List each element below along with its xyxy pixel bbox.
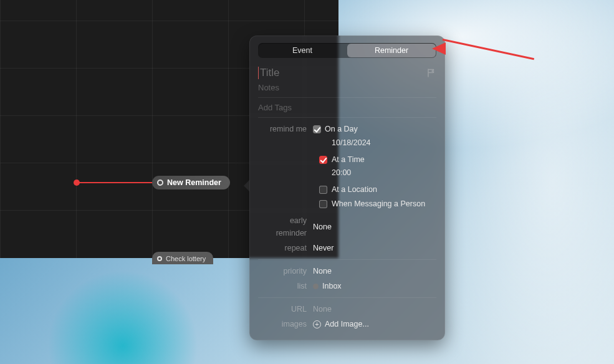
reminder-item-label: Check lottery — [166, 255, 206, 262]
flag-icon[interactable] — [426, 68, 436, 78]
at-a-time-checkbox[interactable] — [319, 156, 327, 164]
on-a-day-date[interactable]: 10/18/2024 — [332, 137, 371, 149]
remind-me-label: remind me — [258, 123, 313, 135]
divider — [258, 259, 436, 260]
title-input[interactable] — [258, 67, 421, 79]
early-reminder-label: early reminder — [258, 214, 313, 239]
divider — [258, 97, 436, 98]
list-label: list — [258, 280, 313, 292]
current-time-indicator-line — [76, 182, 153, 183]
reminder-complete-circle-icon[interactable] — [157, 256, 162, 261]
event-reminder-segmented-control[interactable]: Event Reminder — [258, 43, 436, 58]
repeat-label: repeat — [258, 242, 313, 254]
at-a-time-label: At a Time — [332, 154, 365, 166]
reminder-complete-circle-icon[interactable] — [157, 180, 163, 186]
early-reminder-value[interactable]: None — [313, 214, 436, 239]
tab-event[interactable]: Event — [258, 43, 347, 58]
when-messaging-label: When Messaging a Person — [332, 198, 425, 210]
at-a-location-checkbox[interactable] — [319, 186, 327, 194]
add-image-button[interactable]: + Add Image... — [313, 318, 436, 330]
divider — [258, 297, 436, 298]
url-value[interactable]: None — [313, 303, 436, 315]
priority-value[interactable]: None — [313, 265, 436, 277]
divider — [258, 117, 436, 118]
current-time-indicator-dot — [74, 180, 80, 186]
when-messaging-checkbox[interactable] — [319, 200, 327, 208]
repeat-value[interactable]: Never — [313, 242, 436, 254]
on-a-day-label: On a Day — [325, 123, 358, 135]
add-image-label: Add Image... — [325, 318, 369, 330]
notes-input[interactable] — [258, 82, 436, 93]
on-a-day-checkbox[interactable] — [313, 125, 321, 133]
new-reminder-label: New Reminder — [167, 178, 221, 187]
list-value[interactable]: Inbox — [313, 280, 436, 292]
priority-label: priority — [258, 265, 313, 277]
images-label: images — [258, 318, 313, 330]
plus-circle-icon: + — [313, 320, 321, 328]
tags-input[interactable] — [258, 102, 436, 113]
list-color-dot-icon — [313, 284, 319, 289]
new-reminder-pill[interactable]: New Reminder — [152, 176, 230, 189]
list-name: Inbox — [322, 280, 342, 292]
at-a-time-value[interactable]: 20:00 — [332, 167, 351, 179]
at-a-location-label: At a Location — [332, 184, 377, 196]
url-label: URL — [258, 303, 313, 315]
annotation-arrow-head — [432, 42, 446, 55]
reminder-inspector-popover: Event Reminder remind me On a Day 10/18/… — [249, 36, 445, 340]
tab-reminder[interactable]: Reminder — [347, 44, 436, 57]
reminder-item-partial[interactable]: Check lottery — [152, 252, 213, 264]
